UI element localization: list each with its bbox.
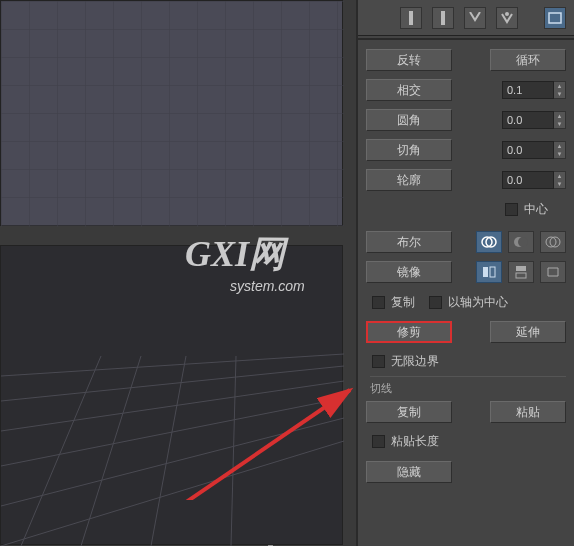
mirror-button[interactable]: 镜像 [366, 261, 452, 283]
fillet-button[interactable]: 圆角 [366, 109, 452, 131]
tool-icon-2[interactable] [432, 7, 454, 29]
outline-spinner[interactable]: ▲ ▼ [502, 170, 566, 190]
svg-rect-0 [1, 1, 344, 227]
axis-center-label: 以轴为中心 [448, 294, 508, 311]
spinner-arrows[interactable]: ▲ ▼ [554, 111, 566, 129]
viewport-area: GXI网 system.com [0, 0, 355, 546]
svg-rect-25 [516, 273, 526, 278]
svg-line-2 [1, 366, 344, 401]
copy-label: 复制 [391, 294, 415, 311]
tool-icon-4[interactable] [496, 7, 518, 29]
svg-rect-24 [516, 266, 526, 271]
svg-rect-13 [441, 11, 445, 25]
svg-line-6 [1, 441, 344, 546]
svg-rect-12 [409, 11, 413, 25]
intersect-button[interactable]: 相交 [366, 79, 452, 101]
outline-button[interactable]: 轮廓 [366, 169, 452, 191]
spinner-arrows[interactable]: ▲ ▼ [554, 171, 566, 189]
cycle-button[interactable]: 循环 [490, 49, 566, 71]
up-arrow-icon[interactable]: ▲ [554, 82, 565, 90]
up-arrow-icon[interactable]: ▲ [554, 142, 565, 150]
trim-button[interactable]: 修剪 [366, 321, 452, 343]
spinner-arrows[interactable]: ▲ ▼ [554, 141, 566, 159]
chamfer-value[interactable] [502, 141, 554, 159]
down-arrow-icon[interactable]: ▼ [554, 150, 565, 158]
chamfer-button[interactable]: 切角 [366, 139, 452, 161]
panel-toolbar [358, 0, 574, 36]
mirror-both-icon[interactable] [540, 261, 566, 283]
svg-rect-22 [483, 267, 488, 277]
command-panel: 反转 循环 相交 ▲ ▼ 圆角 ▲ ▼ [356, 0, 574, 546]
svg-point-19 [518, 237, 528, 247]
down-arrow-icon[interactable]: ▼ [554, 180, 565, 188]
fillet-spinner[interactable]: ▲ ▼ [502, 110, 566, 130]
svg-line-7 [21, 356, 101, 546]
properties-body: 反转 循环 相交 ▲ ▼ 圆角 ▲ ▼ [358, 42, 574, 496]
divider [358, 38, 574, 40]
down-arrow-icon[interactable]: ▼ [554, 90, 565, 98]
axis-center-checkbox[interactable] [429, 296, 442, 309]
chamfer-spinner[interactable]: ▲ ▼ [502, 140, 566, 160]
svg-rect-23 [490, 267, 495, 277]
svg-point-14 [505, 12, 509, 16]
copy2-button[interactable]: 复制 [366, 401, 452, 423]
viewport-top[interactable] [0, 0, 343, 226]
svg-line-8 [81, 356, 141, 546]
infinite-label: 无限边界 [391, 353, 439, 370]
intersect-value[interactable] [502, 81, 554, 99]
svg-line-10 [231, 356, 236, 546]
viewport-bottom[interactable] [0, 245, 343, 545]
tangent-section-label: 切线 [370, 376, 566, 396]
up-arrow-icon[interactable]: ▲ [554, 172, 565, 180]
center-checkbox[interactable] [505, 203, 518, 216]
mirror-h-icon[interactable] [476, 261, 502, 283]
grid-perspective [1, 246, 344, 546]
copy-checkbox[interactable] [372, 296, 385, 309]
reverse-button[interactable]: 反转 [366, 49, 452, 71]
spinner-arrows[interactable]: ▲ ▼ [554, 81, 566, 99]
extend-button[interactable]: 延伸 [490, 321, 566, 343]
bool-subtract-icon[interactable] [508, 231, 534, 253]
svg-line-3 [1, 381, 344, 431]
down-arrow-icon[interactable]: ▼ [554, 120, 565, 128]
intersect-spinner[interactable]: ▲ ▼ [502, 80, 566, 100]
paste-length-label: 粘贴长度 [391, 433, 439, 450]
infinite-checkbox[interactable] [372, 355, 385, 368]
svg-rect-15 [549, 13, 561, 23]
tool-icon-3[interactable] [464, 7, 486, 29]
grid-top [1, 1, 344, 227]
bool-union-icon[interactable] [476, 231, 502, 253]
bool-intersect-icon[interactable] [540, 231, 566, 253]
tool-icon-5[interactable] [544, 7, 566, 29]
paste-length-checkbox[interactable] [372, 435, 385, 448]
svg-line-1 [1, 354, 344, 376]
up-arrow-icon[interactable]: ▲ [554, 112, 565, 120]
boolean-button[interactable]: 布尔 [366, 231, 452, 253]
fillet-value[interactable] [502, 111, 554, 129]
tool-icon-1[interactable] [400, 7, 422, 29]
center-label: 中心 [524, 201, 548, 218]
hide-button[interactable]: 隐藏 [366, 461, 452, 483]
paste-button[interactable]: 粘贴 [490, 401, 566, 423]
mirror-v-icon[interactable] [508, 261, 534, 283]
svg-line-9 [151, 356, 186, 546]
outline-value[interactable] [502, 171, 554, 189]
